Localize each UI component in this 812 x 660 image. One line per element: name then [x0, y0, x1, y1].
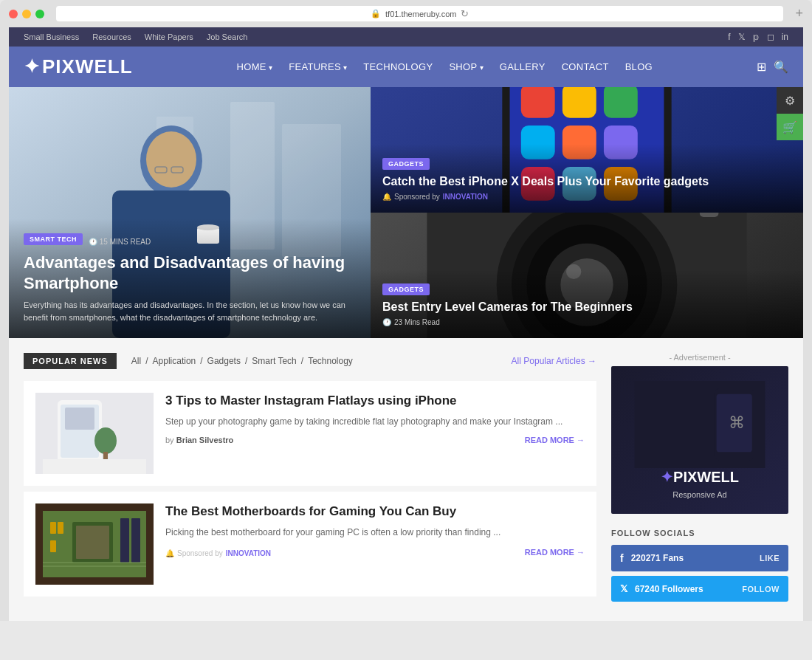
svg-rect-53	[120, 518, 129, 563]
popular-news-categories: All / Application / Gadgets / Smart Tech…	[128, 356, 356, 366]
url-text: tf01.themeruby.com	[385, 10, 456, 18]
nav-blog[interactable]: BLOG	[625, 61, 653, 72]
svg-rect-54	[131, 518, 140, 563]
twitter-btn-icon: 𝕏	[620, 583, 627, 594]
site-header: ✦ PIXWELL HOME FEATURES TECHNOLOGY SHOP …	[9, 47, 803, 87]
article-footer-0: by Brian Silvestro READ MORE →	[165, 436, 585, 444]
article-image-1	[35, 503, 154, 585]
facebook-action: LIKE	[760, 554, 780, 563]
svg-rect-51	[58, 522, 63, 534]
all-articles-link[interactable]: All Popular Articles →	[512, 356, 596, 366]
address-bar[interactable]: 🔒 tf01.themeruby.com ↻	[56, 6, 783, 21]
nav-contact[interactable]: CONTACT	[562, 61, 609, 72]
article-body-1: The Best Motherboards for Gaming You Can…	[165, 503, 585, 585]
hero-camera-title: Best Entry Level Cameras for The Beginne…	[382, 300, 791, 315]
read-more-0[interactable]: READ MORE →	[525, 436, 585, 444]
hero-main-card[interactable]: SMART TECH 🕐 15 MINS READ Advantages and…	[9, 87, 371, 338]
twitter-count: 67240 Followers	[635, 584, 742, 594]
article-body-0: 3 Tips to Master Instagram Flatlays usin…	[165, 393, 585, 474]
follow-socials-label: FOLLOW SOCIALS	[611, 529, 788, 537]
nav-home[interactable]: HOME	[237, 61, 273, 72]
advertisement-block: - Advertisement - ⌘ ✦PIXWELL	[611, 353, 788, 514]
hero-main-tag: SMART TECH	[24, 233, 83, 245]
maximize-button[interactable]	[35, 10, 44, 18]
cat-application[interactable]: Application	[153, 356, 196, 366]
social-icons-topbar: f 𝕏 𝕡 ◻ in	[728, 32, 788, 42]
compare-icon[interactable]: ⊞	[757, 60, 766, 74]
nav-gallery[interactable]: GALLERY	[500, 61, 546, 72]
article-sponsored-1: 🔔 Sponsored by INNOVATION	[165, 549, 271, 557]
clock-icon: 🕐	[89, 238, 97, 246]
nav-shop[interactable]: SHOP	[449, 61, 483, 72]
article-footer-1: 🔔 Sponsored by INNOVATION READ MORE →	[165, 546, 585, 557]
nav-features[interactable]: FEATURES	[289, 61, 347, 72]
facebook-follow-btn[interactable]: f 220271 Fans LIKE	[611, 545, 788, 571]
facebook-icon[interactable]: f	[728, 32, 730, 42]
top-link-white-papers[interactable]: White Papers	[145, 32, 193, 41]
hero-secondary: GADGETS Catch the Best iPhone X Deals Pl…	[371, 87, 803, 338]
cart-widget[interactable]: 🛒	[777, 114, 803, 140]
top-nav-links: Small Business Resources White Papers Jo…	[24, 32, 247, 41]
hero-iphone-overlay: GADGETS Catch the Best iPhone X Deals Pl…	[371, 144, 803, 213]
content-left: POPULAR NEWS All / Application / Gadgets…	[24, 353, 596, 606]
instagram-icon[interactable]: ◻	[767, 32, 774, 42]
svg-rect-52	[50, 540, 56, 552]
settings-widget[interactable]: ⚙	[777, 87, 803, 114]
article-excerpt-1: Picking the best motherboard for your ga…	[165, 526, 585, 539]
content-right-sidebar: - Advertisement - ⌘ ✦PIXWELL	[611, 353, 788, 606]
article-title-0[interactable]: 3 Tips to Master Instagram Flatlays usin…	[165, 393, 585, 409]
hero-iphone-card[interactable]: GADGETS Catch the Best iPhone X Deals Pl…	[371, 87, 803, 213]
svg-rect-42	[65, 408, 94, 430]
facebook-count: 220271 Fans	[631, 553, 760, 563]
logo-text: PIXWELL	[42, 55, 133, 78]
read-more-1[interactable]: READ MORE →	[525, 548, 585, 557]
svg-rect-45	[43, 459, 146, 474]
top-link-small-business[interactable]: Small Business	[24, 32, 79, 41]
svg-rect-19	[604, 87, 638, 118]
ad-image[interactable]: ⌘ ✦PIXWELL Responsive Ad	[611, 366, 788, 514]
popular-news-header: POPULAR NEWS All / Application / Gadgets…	[24, 353, 596, 369]
side-widgets: ⚙ 🛒	[777, 87, 803, 140]
svg-text:⌘: ⌘	[729, 413, 745, 432]
nav-technology[interactable]: TECHNOLOGY	[363, 61, 433, 72]
clock-icon-camera: 🕐	[382, 318, 391, 326]
hero-camera-meta: 🕐 23 Mins Read	[382, 318, 791, 326]
article-title-1[interactable]: The Best Motherboards for Gaming You Can…	[165, 503, 585, 520]
article-card-1: The Best Motherboards for Gaming You Can…	[24, 492, 596, 597]
twitter-action: FOLLOW	[742, 585, 780, 594]
logo-star: ✦	[24, 55, 41, 78]
header-icons: ⊞ 🔍	[757, 60, 788, 74]
article-thumb-1[interactable]	[35, 503, 154, 585]
hero-camera-card[interactable]: HERO5 SESSION GADGETS Best Entry Level C…	[371, 213, 803, 338]
hero-section: SMART TECH 🕐 15 MINS READ Advantages and…	[9, 87, 803, 338]
article-thumb-0[interactable]	[35, 393, 154, 474]
new-tab-button[interactable]: +	[795, 6, 803, 21]
cat-technology[interactable]: Technology	[308, 356, 353, 366]
site-logo[interactable]: ✦ PIXWELL	[24, 55, 133, 78]
cat-all[interactable]: All	[131, 356, 141, 366]
ad-tagline: Responsive Ad	[672, 490, 726, 499]
reload-icon[interactable]: ↻	[461, 8, 469, 19]
twitter-follow-btn[interactable]: 𝕏 67240 Followers FOLLOW	[611, 576, 788, 602]
cat-gadgets[interactable]: Gadgets	[207, 356, 241, 366]
article-card-0: 3 Tips to Master Instagram Flatlays usin…	[24, 381, 596, 486]
svg-rect-50	[50, 522, 56, 534]
hero-main-excerpt: Everything has its advantages and disadv…	[24, 299, 356, 323]
cat-smart-tech[interactable]: Smart Tech	[252, 356, 296, 366]
article-excerpt-0: Step up your photography game by taking …	[165, 415, 585, 428]
lock-icon: 🔒	[371, 9, 381, 18]
bell-icon-article: 🔔	[165, 549, 174, 557]
twitter-icon[interactable]: 𝕏	[738, 32, 746, 42]
top-link-resources[interactable]: Resources	[92, 32, 131, 41]
main-content-area: POPULAR NEWS All / Application / Gadgets…	[9, 338, 803, 621]
website-content: Small Business Resources White Papers Jo…	[9, 27, 803, 621]
close-button[interactable]	[9, 10, 18, 18]
follow-socials-section: FOLLOW SOCIALS f 220271 Fans LIKE 𝕏 6724…	[611, 529, 788, 602]
search-icon[interactable]: 🔍	[774, 60, 788, 74]
pinterest-icon[interactable]: 𝕡	[753, 32, 760, 42]
top-link-job-search[interactable]: Job Search	[207, 32, 248, 41]
main-nav: HOME FEATURES TECHNOLOGY SHOP GALLERY CO…	[237, 61, 653, 72]
minimize-button[interactable]	[22, 10, 31, 18]
linkedin-icon[interactable]: in	[782, 32, 788, 42]
svg-point-43	[94, 427, 117, 454]
